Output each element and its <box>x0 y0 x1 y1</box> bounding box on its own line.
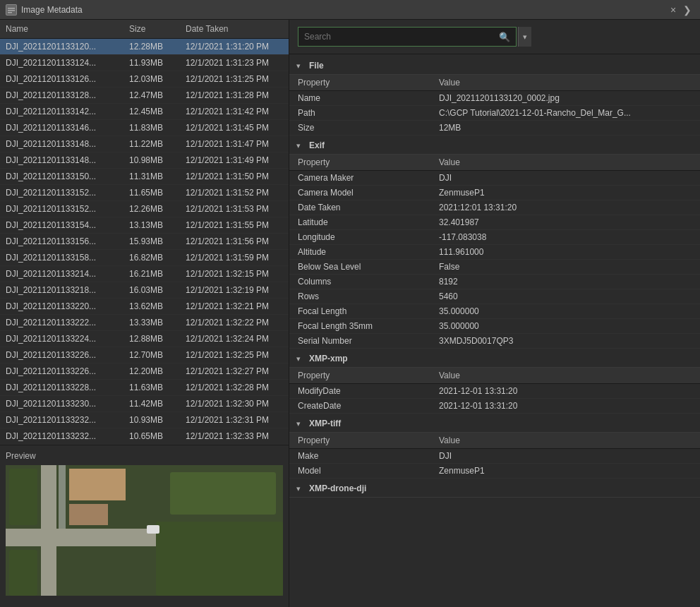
file-row[interactable]: DJI_20211201133228... 11.63MB 12/1/2021 … <box>0 380 289 396</box>
file-row[interactable]: DJI_20211201133230... 11.42MB 12/1/2021 … <box>0 396 289 412</box>
file-row-name: DJI_20211201133124... <box>0 56 123 69</box>
file-row-size: 16.21MB <box>123 268 180 280</box>
section-header-exif[interactable]: ▾ Exif <box>289 137 700 155</box>
table-row: CreateDate 2021-12-01 13:31:20 <box>289 399 700 414</box>
file-row[interactable]: DJI_20211201133154... 13.13MB 12/1/2021 … <box>0 217 289 234</box>
file-row[interactable]: DJI_20211201133152... 11.65MB 12/1/2021 … <box>0 185 289 201</box>
file-row[interactable]: DJI_20211201133150... 11.31MB 12/1/2021 … <box>0 169 289 185</box>
section-header-xmp-drone-dji[interactable]: ▾ XMP-drone-dji <box>289 480 700 498</box>
property-cell: Size <box>289 121 430 136</box>
th-value-exif: Value <box>430 155 700 171</box>
file-row[interactable]: DJI_20211201133146... 11.83MB 12/1/2021 … <box>0 120 289 136</box>
file-row-size: 11.63MB <box>123 381 180 394</box>
file-row-date: 12/1/2021 1:31:25 PM <box>180 73 289 85</box>
table-row: Altitude 111.961000 <box>289 245 700 260</box>
property-cell: Columns <box>289 275 430 289</box>
file-row-date: 12/1/2021 1:32:24 PM <box>180 332 289 345</box>
file-row[interactable]: DJI_20211201133214... 16.21MB 12/1/2021 … <box>0 266 289 282</box>
file-row[interactable]: DJI_20211201133120... 12.28MB 12/1/2021 … <box>0 39 289 55</box>
file-row[interactable]: DJI_20211201133226... 12.70MB 12/1/2021 … <box>0 347 289 363</box>
property-cell: Camera Maker <box>289 171 430 186</box>
file-row[interactable]: DJI_20211201133226... 12.20MB 12/1/2021 … <box>0 363 289 380</box>
value-cell: 2021-12-01 13:31:20 <box>430 384 700 399</box>
file-row[interactable]: DJI_20211201133222... 13.33MB 12/1/2021 … <box>0 315 289 331</box>
th-value-xmp-tiff: Value <box>430 433 700 449</box>
value-cell: -117.083038 <box>430 230 700 245</box>
expand-arrow[interactable]: ❯ <box>683 4 694 16</box>
value-cell: DJI_20211201133120_0002.jpg <box>430 91 700 106</box>
file-row-name: DJI_20211201133148... <box>0 138 123 150</box>
section-title-file: File <box>309 61 324 71</box>
file-row-name: DJI_20211201133156... <box>0 235 123 248</box>
th-property-file: Property <box>289 75 430 91</box>
title-bar: Image Metadata × ❯ <box>0 0 700 20</box>
file-row-date: 12/1/2021 1:32:28 PM <box>180 381 289 394</box>
value-cell: C:\GCP Tutorial\2021-12-01-Rancho_Del_Ma… <box>430 106 700 121</box>
file-row-name: DJI_20211201133154... <box>0 219 123 232</box>
table-row: ModifyDate 2021-12-01 13:31:20 <box>289 384 700 399</box>
property-cell: Date Taken <box>289 200 430 215</box>
collapse-icon-xmp-xmp: ▾ <box>296 354 305 363</box>
section-header-xmp-xmp[interactable]: ▾ XMP-xmp <box>289 350 700 368</box>
file-list-scroll[interactable]: DJI_20211201133120... 12.28MB 12/1/2021 … <box>0 39 289 445</box>
file-row[interactable]: DJI_20211201133142... 12.45MB 12/1/2021 … <box>0 104 289 120</box>
th-value-file: Value <box>430 75 700 91</box>
file-row-size: 13.33MB <box>123 316 180 329</box>
close-button[interactable]: × <box>668 4 679 16</box>
th-property-exif: Property <box>289 155 430 171</box>
file-row-date: 12/1/2021 1:32:27 PM <box>180 365 289 378</box>
file-row-name: DJI_20211201133128... <box>0 89 123 102</box>
th-property-xmp-xmp: Property <box>289 368 430 384</box>
meta-table-xmp-tiff: Property Value Make DJI Model ZenmuseP1 <box>289 433 700 479</box>
file-row-name: DJI_20211201133218... <box>0 284 123 296</box>
file-row[interactable]: DJI_20211201133126... 12.03MB 12/1/2021 … <box>0 71 289 88</box>
section-header-xmp-tiff[interactable]: ▾ XMP-tiff <box>289 415 700 433</box>
property-cell: Longitude <box>289 230 430 245</box>
property-cell: Altitude <box>289 245 430 260</box>
value-cell: 32.401987 <box>430 215 700 230</box>
window-title: Image Metadata <box>21 5 663 15</box>
property-cell: Path <box>289 106 430 121</box>
value-cell: ZenmuseP1 <box>430 464 700 479</box>
search-input[interactable] <box>304 32 496 42</box>
file-row[interactable]: DJI_20211201133156... 15.93MB 12/1/2021 … <box>0 234 289 250</box>
file-row[interactable]: DJI_20211201133232... 10.93MB 12/1/2021 … <box>0 412 289 428</box>
table-row: Focal Length 35mm 35.000000 <box>289 319 700 334</box>
file-row-date: 12/1/2021 1:31:53 PM <box>180 203 289 215</box>
section-header-file[interactable]: ▾ File <box>289 57 700 75</box>
file-row[interactable]: DJI_20211201133158... 16.82MB 12/1/2021 … <box>0 250 289 266</box>
file-row-name: DJI_20211201133120... <box>0 40 123 53</box>
file-row[interactable]: DJI_20211201133128... 12.47MB 12/1/2021 … <box>0 88 289 104</box>
file-row[interactable]: DJI_20211201133218... 16.03MB 12/1/2021 … <box>0 282 289 299</box>
file-row-size: 11.22MB <box>123 138 180 150</box>
file-row[interactable]: DJI_20211201133224... 12.88MB 12/1/2021 … <box>0 331 289 347</box>
file-row[interactable]: DJI_20211201133148... 11.22MB 12/1/2021 … <box>0 136 289 152</box>
file-row[interactable]: DJI_20211201133148... 10.98MB 12/1/2021 … <box>0 152 289 169</box>
file-row-size: 12.47MB <box>123 89 180 102</box>
file-row-date: 12/1/2021 1:31:50 PM <box>180 170 289 183</box>
file-row-name: DJI_20211201133148... <box>0 154 123 167</box>
file-row-date: 12/1/2021 1:32:21 PM <box>180 300 289 313</box>
property-cell: Latitude <box>289 215 430 230</box>
file-row[interactable]: DJI_20211201133232... 10.65MB 12/1/2021 … <box>0 428 289 445</box>
table-row: Size 12MB <box>289 121 700 136</box>
file-row-date: 12/1/2021 1:31:56 PM <box>180 235 289 248</box>
property-cell: Focal Length <box>289 304 430 319</box>
file-row[interactable]: DJI_20211201133152... 12.26MB 12/1/2021 … <box>0 201 289 217</box>
metadata-content[interactable]: ▾ File Property Value Name DJI_202112011… <box>289 54 700 607</box>
file-row[interactable]: DJI_20211201133124... 11.93MB 12/1/2021 … <box>0 55 289 71</box>
file-row-size: 16.03MB <box>123 284 180 296</box>
value-cell: 3XMDJ5D0017QP3 <box>430 334 700 349</box>
file-row-size: 10.93MB <box>123 414 180 426</box>
value-cell: DJI <box>430 449 700 464</box>
table-row: Focal Length 35.000000 <box>289 304 700 319</box>
file-row-size: 11.31MB <box>123 170 180 183</box>
meta-section-xmp-drone-dji: ▾ XMP-drone-dji <box>289 480 700 498</box>
value-cell: 12MB <box>430 121 700 136</box>
collapse-icon-file: ▾ <box>296 61 305 71</box>
property-cell: ModifyDate <box>289 384 430 399</box>
th-property-xmp-tiff: Property <box>289 433 430 449</box>
file-row[interactable]: DJI_20211201133220... 13.62MB 12/1/2021 … <box>0 299 289 315</box>
table-row: Serial Number 3XMDJ5D0017QP3 <box>289 334 700 349</box>
search-dropdown-button[interactable]: ▾ <box>518 27 531 47</box>
